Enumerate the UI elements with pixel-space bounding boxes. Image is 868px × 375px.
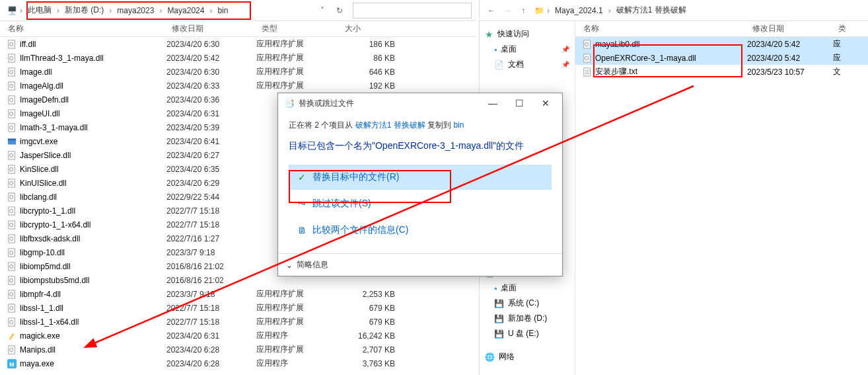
bc-item[interactable]: bin	[213, 6, 232, 15]
file-icon	[7, 67, 17, 77]
dialog-dest-link[interactable]: bin	[453, 120, 464, 130]
desktop-icon: ▪	[494, 284, 497, 293]
file-size: 679 KB	[340, 304, 399, 313]
file-icon	[7, 317, 17, 327]
bc-item[interactable]: maya2023	[113, 6, 158, 15]
replace-option[interactable]: ✓ 替换目标中的文件(R)	[289, 165, 552, 190]
file-size: 3,763 KB	[340, 359, 399, 368]
bc-item[interactable]: 破解方法1 替换破解	[612, 5, 690, 16]
file-row[interactable]: libmpfr-4.dll2023/3/7 9:18应用程序扩展2,253 KB	[0, 287, 476, 301]
file-row[interactable]: libssl-1_1.dll2022/7/7 15:18应用程序扩展679 KB	[0, 301, 476, 315]
dialog-info: 正在将 2 个项目从 破解方法1 替换破解 复制到 bin	[289, 120, 552, 131]
right-file-list[interactable]: mayaLib0.dll2023/4/20 5:42应OpenEXRCore-3…	[575, 37, 868, 79]
file-date: 2023/4/20 5:39	[166, 123, 256, 132]
file-size: 679 KB	[340, 317, 399, 327]
file-name: libgmp-10.dll	[7, 247, 166, 258]
file-icon	[7, 192, 17, 202]
file-name: 安装步骤.txt	[582, 66, 747, 77]
file-row[interactable]: iff.dll2023/4/20 6:30应用程序扩展186 KB	[0, 37, 476, 51]
file-name: libclang.dll	[7, 192, 166, 202]
compare-option[interactable]: 🗎 比较两个文件的信息(C)	[289, 218, 552, 243]
col-header-date[interactable]: 修改日期	[166, 23, 256, 34]
file-icon	[582, 39, 593, 50]
pin-icon: 📌	[561, 61, 569, 68]
col-header-size[interactable]: 大小	[340, 23, 399, 34]
up-button[interactable]: ↑	[515, 3, 531, 19]
file-row[interactable]: mayaLib0.dll2023/4/20 5:42应	[575, 37, 868, 51]
back-button[interactable]: ←	[484, 3, 499, 19]
forward-button[interactable]: →	[499, 3, 515, 19]
file-row[interactable]: libssl-1_1-x64.dll2022/7/7 15:18应用程序扩展67…	[0, 315, 476, 329]
col-header-type[interactable]: 类型	[256, 23, 340, 34]
bc-dropdown-button[interactable]: ˅	[314, 3, 330, 19]
left-breadcrumb[interactable]: 🖥️ › 此电脑 › 新加卷 (D:) › maya2023 › Maya202…	[4, 2, 347, 19]
file-name: libiompstubs5md.dll	[7, 275, 166, 286]
tree-quick-access[interactable]: ★ 快速访问	[482, 26, 572, 42]
file-icon	[7, 345, 17, 355]
tree-item-docs[interactable]: 📄 文档 📌	[482, 57, 572, 72]
file-row[interactable]: magick.exe2023/4/20 6:31应用程序16,242 KB	[0, 329, 476, 343]
column-headers: 名称 修改日期 类型 大小	[0, 21, 476, 37]
check-icon: ✓	[297, 172, 307, 183]
file-name: libssl-1_1.dll	[7, 303, 166, 313]
refresh-button[interactable]: ↻	[332, 3, 347, 19]
skip-option[interactable]: ⤳ 跳过该文件(S)	[289, 191, 552, 216]
file-type: 应用程序扩展	[256, 316, 340, 327]
tree-item-desktop[interactable]: ▪ 桌面	[482, 280, 572, 296]
file-row[interactable]: 安装步骤.txt2023/5/23 10:57文	[575, 65, 868, 79]
file-row[interactable]: IlmThread-3_1-maya.dll2023/4/20 5:42应用程序…	[0, 51, 476, 65]
file-date: 2023/3/7 9:18	[166, 248, 256, 257]
dialog-source-link[interactable]: 破解方法1 替换破解	[355, 120, 425, 130]
file-date: 2022/7/7 15:18	[166, 304, 256, 313]
tree-item-desktop[interactable]: ▪ 桌面 📌	[482, 42, 572, 57]
close-button[interactable]: ✕	[536, 95, 556, 111]
desktop-icon: ▪	[494, 45, 497, 54]
chevron-right-icon: ›	[55, 6, 61, 15]
search-input[interactable]	[353, 3, 472, 19]
tree-item-drive-e[interactable]: 💾 U 盘 (E:)	[482, 326, 572, 341]
file-date: 2023/5/23 10:57	[747, 67, 833, 77]
file-icon	[7, 95, 17, 105]
file-date: 2022/9/22 5:44	[166, 192, 256, 202]
dialog-titlebar[interactable]: 📑 替换或跳过文件 — ☐ ✕	[278, 93, 562, 113]
bc-item[interactable]: 新加卷 (D:)	[61, 5, 108, 16]
svg-rect-15	[8, 138, 16, 140]
file-size: 86 KB	[340, 54, 399, 63]
star-icon: ★	[485, 29, 493, 40]
file-icon	[7, 53, 17, 63]
file-type: 应	[833, 38, 859, 50]
col-header-name[interactable]: 名称	[578, 23, 747, 34]
file-row[interactable]: ImageAlg.dll2023/4/20 6:33应用程序扩展192 KB	[0, 79, 476, 93]
details-toggle[interactable]: ⌄ 简略信息	[286, 259, 554, 271]
col-header-date[interactable]: 修改日期	[747, 23, 833, 34]
tree-item-drive-c[interactable]: 💾 系统 (C:)	[482, 296, 572, 311]
file-icon	[7, 164, 17, 175]
bc-item[interactable]: Maya_2024.1	[551, 6, 607, 15]
right-breadcrumb[interactable]: 📁 › Maya_2024.1 › 破解方法1 替换破解	[531, 2, 864, 19]
file-type: 应用程序扩展	[256, 288, 340, 300]
col-header-type[interactable]: 类	[833, 23, 859, 34]
file-row[interactable]: OpenEXRCore-3_1-maya.dll2023/4/20 5:42应	[575, 51, 868, 65]
tree-item-drive-d[interactable]: 💾 新加卷 (D:)	[482, 311, 572, 326]
chevron-right-icon: ›	[108, 6, 113, 15]
file-name: Image.dll	[7, 67, 166, 77]
file-size: 16,242 KB	[340, 331, 399, 341]
col-header-name[interactable]: 名称	[3, 23, 166, 34]
minimize-button[interactable]: —	[483, 95, 503, 111]
file-row[interactable]: Manips.dll2023/4/20 6:28应用程序扩展2,707 KB	[0, 343, 476, 356]
file-type: 应用程序	[256, 330, 340, 341]
file-date: 2023/4/20 6:36	[166, 95, 256, 104]
file-icon	[7, 122, 17, 133]
maximize-button[interactable]: ☐	[509, 95, 529, 111]
tree-network[interactable]: 🌐 网络	[482, 349, 572, 364]
file-row[interactable]: Mmaya.exe2023/4/20 6:28应用程序3,763 KB	[0, 356, 476, 370]
file-row[interactable]: Image.dll2023/4/20 6:30应用程序扩展646 KB	[0, 65, 476, 79]
bc-item[interactable]: Maya2024	[163, 6, 208, 15]
network-icon: 🌐	[485, 353, 495, 362]
drive-icon: 💾	[494, 314, 504, 323]
bc-item[interactable]: 此电脑	[24, 5, 55, 16]
file-date: 2022/7/7 15:18	[166, 317, 256, 327]
dialog-message: 目标已包含一个名为"OpenEXRCore-3_1-maya.dll"的文件	[289, 139, 552, 153]
pin-icon: 📌	[561, 46, 569, 53]
file-icon	[7, 289, 17, 300]
